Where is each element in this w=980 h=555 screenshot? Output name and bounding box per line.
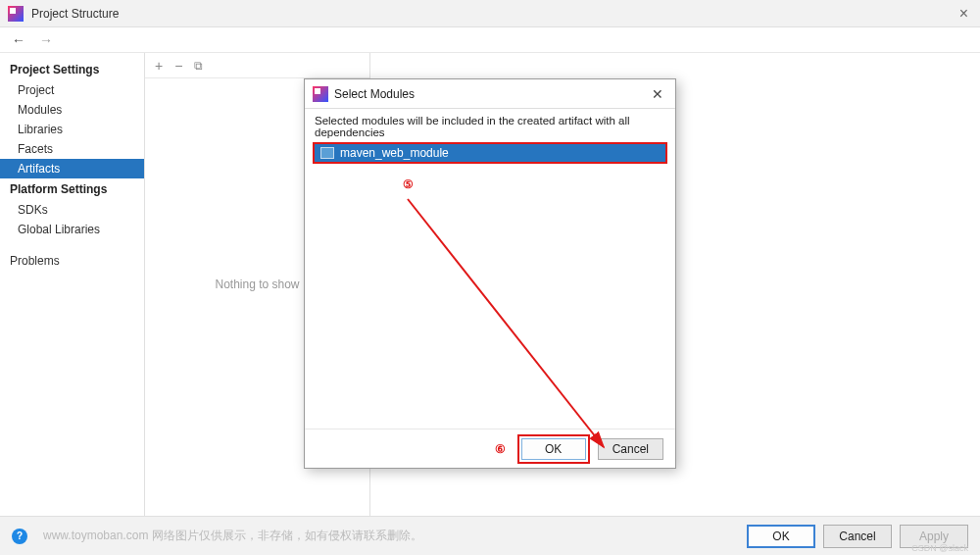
intellij-icon: [8, 6, 24, 22]
sidebar-item-artifacts[interactable]: Artifacts: [0, 159, 144, 178]
sidebar-item-sdks[interactable]: SDKs: [0, 200, 144, 220]
sidebar-heading-project-settings: Project Settings: [0, 59, 144, 80]
sidebar-item-facets[interactable]: Facets: [0, 139, 144, 159]
intellij-icon: [313, 86, 328, 102]
dialog-title: Select Modules: [334, 87, 648, 101]
sidebar-item-global-libraries[interactable]: Global Libraries: [0, 220, 144, 239]
sidebar-item-problems[interactable]: Problems: [0, 251, 144, 271]
sub-watermark: CSDN @slack: [911, 543, 968, 553]
sidebar: Project Settings Project Modules Librari…: [0, 53, 145, 516]
sidebar-item-modules[interactable]: Modules: [0, 100, 144, 120]
help-icon[interactable]: ?: [12, 529, 27, 544]
footer: ? www.toymoban.com 网络图片仅供展示，非存储，如有侵权请联系删…: [0, 516, 980, 555]
module-list: maven_web_module: [313, 142, 667, 164]
remove-icon[interactable]: −: [174, 58, 182, 74]
window-close-button[interactable]: ×: [956, 5, 972, 23]
dialog-description: Selected modules will be included in the…: [305, 109, 675, 142]
annotation-step-5: ⑤: [403, 177, 414, 191]
dialog-title-bar: Select Modules ✕: [305, 79, 675, 109]
sidebar-heading-platform-settings: Platform Settings: [0, 178, 144, 200]
svg-line-0: [408, 199, 604, 447]
window-title-bar: Project Structure ×: [0, 0, 980, 27]
dialog-close-button[interactable]: ✕: [648, 86, 667, 102]
watermark-text: www.toymoban.com 网络图片仅供展示，非存储，如有侵权请联系删除。: [43, 528, 739, 544]
dialog-body: ⑤: [305, 170, 675, 429]
empty-state-text: Nothing to show: [215, 278, 299, 291]
sidebar-spacer: [0, 239, 144, 251]
copy-icon[interactable]: ⧉: [194, 59, 203, 73]
module-list-item[interactable]: maven_web_module: [315, 144, 665, 162]
sidebar-item-project[interactable]: Project: [0, 80, 144, 100]
module-item-label: maven_web_module: [340, 146, 449, 160]
window-title: Project Structure: [31, 7, 956, 21]
module-folder-icon: [320, 147, 334, 159]
add-icon[interactable]: +: [155, 58, 163, 74]
sidebar-item-libraries[interactable]: Libraries: [0, 120, 144, 139]
nav-back-button[interactable]: ←: [8, 30, 29, 50]
cancel-button[interactable]: Cancel: [823, 525, 892, 548]
nav-forward-button[interactable]: →: [35, 30, 57, 50]
artifacts-toolbar: + − ⧉: [145, 53, 369, 78]
select-modules-dialog: Select Modules ✕ Selected modules will b…: [304, 78, 676, 469]
nav-bar: ← →: [0, 27, 980, 53]
annotation-arrow: [403, 194, 628, 464]
ok-button[interactable]: OK: [747, 525, 815, 548]
